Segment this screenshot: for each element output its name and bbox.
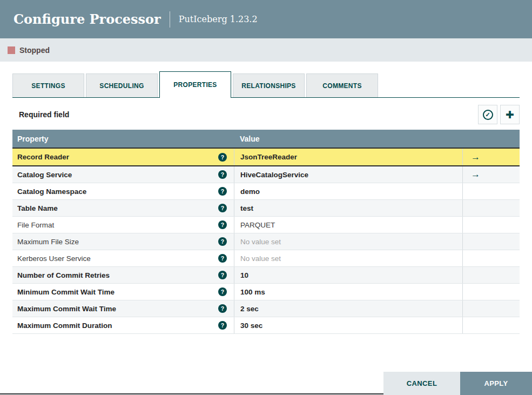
property-name: Kerberos User Service	[17, 255, 91, 263]
goto-service-cell	[462, 250, 520, 266]
property-value-cell[interactable]: 100 ms	[234, 284, 462, 300]
help-icon[interactable]: ?	[218, 271, 227, 279]
cancel-button[interactable]: CANCEL	[383, 372, 460, 395]
add-property-icon: ✚	[506, 110, 514, 120]
property-name: Catalog Namespace	[17, 188, 86, 196]
table-row[interactable]: Maximum Commit Wait Time?2 sec	[12, 300, 520, 317]
table-row[interactable]: Catalog Namespace?demo	[12, 183, 520, 200]
status-bar: Stopped	[0, 38, 532, 62]
property-name-cell: Table Name?	[12, 200, 234, 216]
dialog-header: Configure Processor PutIceberg 1.23.2	[0, 0, 532, 38]
property-name: File Format	[17, 221, 54, 229]
property-value-cell[interactable]: 10	[234, 267, 462, 283]
help-icon[interactable]: ?	[218, 254, 227, 263]
table-row[interactable]: Kerberos User Service?No value set	[12, 250, 520, 267]
tab-properties[interactable]: PROPERTIES	[159, 71, 231, 98]
property-value-cell[interactable]: HiveCatalogService	[234, 166, 462, 183]
help-icon[interactable]: ?	[218, 237, 227, 246]
property-name-cell: Maximum Commit Wait Time?	[12, 300, 234, 317]
configure-processor-dialog: Configure Processor PutIceberg 1.23.2 St…	[0, 0, 532, 395]
property-name: Maximum Commit Wait Time	[17, 305, 116, 313]
goto-service-cell	[462, 233, 520, 250]
property-value-cell[interactable]: No value set	[234, 250, 462, 266]
property-name-cell: Catalog Namespace?	[12, 183, 234, 199]
property-name-cell: Catalog Service?	[12, 166, 234, 183]
property-value-cell[interactable]: JsonTreeReader	[234, 149, 462, 165]
goto-arrow-icon[interactable]: →	[471, 169, 480, 180]
table-row[interactable]: Record Reader?JsonTreeReader→	[12, 148, 520, 166]
help-icon[interactable]: ?	[218, 321, 227, 330]
help-icon[interactable]: ?	[218, 304, 227, 313]
property-name: Maximum File Size	[17, 238, 79, 246]
column-header-property: Property	[12, 135, 234, 143]
property-name: Maximum Commit Duration	[17, 322, 112, 330]
help-icon[interactable]: ?	[218, 153, 227, 162]
table-row[interactable]: Maximum Commit Duration?30 sec	[12, 317, 520, 334]
footer-buttons: CANCEL APPLY	[383, 372, 532, 395]
table-header-row: Property Value	[12, 130, 520, 148]
goto-service-cell	[462, 284, 520, 300]
tab-bar: SETTINGSSCHEDULINGPROPERTIESRELATIONSHIP…	[12, 72, 520, 98]
property-value-cell[interactable]: test	[234, 200, 462, 216]
stopped-square-icon	[8, 46, 15, 54]
table-row[interactable]: Catalog Service?HiveCatalogService→	[12, 166, 520, 183]
goto-arrow-icon[interactable]: →	[471, 152, 480, 163]
property-name: Number of Commit Retries	[17, 271, 110, 279]
goto-service-cell	[462, 267, 520, 283]
properties-table: Property Value Record Reader?JsonTreeRea…	[12, 130, 520, 334]
verify-properties-icon: ✓	[483, 110, 493, 120]
goto-service-cell	[462, 317, 520, 333]
property-name-cell: Record Reader?	[12, 149, 234, 165]
tab-scheduling[interactable]: SCHEDULING	[86, 73, 158, 97]
property-value-cell[interactable]: No value set	[234, 233, 462, 250]
property-value-cell[interactable]: 2 sec	[234, 300, 462, 317]
property-name-cell: Minimum Commit Wait Time?	[12, 284, 234, 300]
goto-service-cell: →	[462, 149, 520, 165]
property-name: Table Name	[17, 204, 58, 212]
property-name-cell: Number of Commit Retries?	[12, 267, 234, 283]
help-icon[interactable]: ?	[218, 204, 227, 212]
add-property-button[interactable]: ✚	[500, 105, 520, 124]
help-icon[interactable]: ?	[218, 170, 227, 179]
required-field-label: Required field	[12, 110, 69, 119]
table-row[interactable]: Number of Commit Retries?10	[12, 267, 520, 284]
status-label: Stopped	[19, 46, 50, 55]
table-row[interactable]: File Format?PARQUET	[12, 217, 520, 233]
property-name-cell: Maximum Commit Duration?	[12, 317, 234, 333]
table-row[interactable]: Maximum File Size?No value set	[12, 233, 520, 250]
property-name-cell: Maximum File Size?	[12, 233, 234, 250]
properties-table-body: Record Reader?JsonTreeReader→Catalog Ser…	[12, 148, 520, 334]
help-icon[interactable]: ?	[218, 220, 227, 229]
property-name: Catalog Service	[17, 171, 72, 179]
tab-comments[interactable]: COMMENTS	[306, 73, 378, 97]
property-name: Minimum Commit Wait Time	[17, 288, 115, 296]
goto-service-cell	[462, 300, 520, 317]
table-row[interactable]: Table Name?test	[12, 200, 520, 217]
goto-service-cell	[462, 217, 520, 233]
tab-relationships[interactable]: RELATIONSHIPS	[233, 73, 305, 97]
column-header-value: Value	[234, 135, 520, 143]
property-actions: ✓ ✚	[478, 105, 520, 124]
property-name: Record Reader	[17, 153, 69, 161]
help-icon[interactable]: ?	[218, 187, 227, 196]
table-row[interactable]: Minimum Commit Wait Time?100 ms	[12, 284, 520, 300]
dialog-title: Configure Processor	[14, 11, 161, 27]
goto-service-cell	[462, 200, 520, 216]
processor-type-version: PutIceberg 1.23.2	[179, 14, 258, 24]
property-name-cell: Kerberos User Service?	[12, 250, 234, 266]
property-value-cell[interactable]: demo	[234, 183, 462, 199]
property-value-cell[interactable]: 30 sec	[234, 317, 462, 333]
goto-service-cell: →	[462, 166, 520, 183]
dialog-content: SETTINGSSCHEDULINGPROPERTIESRELATIONSHIP…	[0, 72, 532, 334]
goto-service-cell	[462, 183, 520, 199]
verify-properties-button[interactable]: ✓	[478, 105, 497, 124]
help-icon[interactable]: ?	[218, 287, 227, 296]
property-name-cell: File Format?	[12, 217, 234, 233]
table-toolbar: Required field ✓ ✚	[12, 105, 520, 124]
title-separator	[170, 11, 170, 28]
tab-settings[interactable]: SETTINGS	[12, 73, 84, 97]
apply-button[interactable]: APPLY	[460, 372, 532, 395]
property-value-cell[interactable]: PARQUET	[234, 217, 462, 233]
